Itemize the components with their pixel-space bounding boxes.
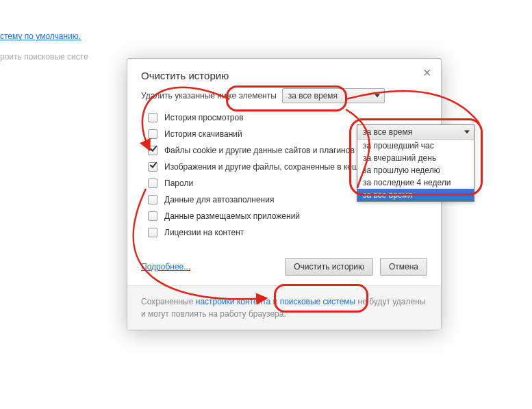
dropdown-option[interactable]: за последние 4 недели	[357, 176, 474, 189]
checkbox[interactable]	[148, 195, 157, 204]
content-settings-link[interactable]: настройки контента	[196, 297, 271, 306]
note-prefix: Сохраненные	[141, 297, 196, 306]
more-link[interactable]: Подробнее...	[141, 262, 190, 272]
delete-elements-label: Удалить указанные ниже элементы	[141, 91, 277, 101]
checkbox-row[interactable]: Данные размещаемых приложений	[148, 211, 427, 221]
checkbox[interactable]	[148, 211, 157, 221]
bg-default-system-link[interactable]: стему по умолчанию.	[0, 31, 81, 41]
time-range-select[interactable]: за все время	[282, 88, 385, 103]
clear-history-button[interactable]: Очистить историю	[285, 258, 373, 276]
dropdown-header[interactable]: за все время	[357, 125, 474, 140]
dialog-footer: Подробнее... Очистить историю Отмена	[127, 252, 441, 285]
checkbox-label: Лицензии на контент	[164, 228, 244, 237]
delete-elements-row: Удалить указанные ниже элементы за все в…	[141, 88, 427, 103]
cancel-button[interactable]: Отмена	[380, 258, 427, 276]
time-range-dropdown-expanded: за все время за прошедший часза вчерашни…	[357, 124, 474, 202]
checkbox-label: Данные для автозаполнения	[164, 195, 274, 204]
dialog-header: Очистить историю ✕	[127, 59, 441, 88]
checkbox-row[interactable]: История просмотров	[148, 113, 427, 122]
checkbox-label: Данные размещаемых приложений	[164, 211, 300, 221]
search-engines-link[interactable]: поисковые системы	[280, 297, 356, 306]
dialog-note: Сохраненные настройки контента и поисков…	[127, 285, 441, 330]
close-icon[interactable]: ✕	[422, 68, 431, 78]
dropdown-option[interactable]: за все время	[357, 189, 474, 201]
checkbox[interactable]	[148, 179, 157, 188]
checkbox-label: История просмотров	[164, 113, 244, 122]
bg-search-engines-text: роить поисковые систе	[0, 52, 88, 62]
checkbox-label: Пароли	[164, 179, 193, 188]
dropdown-header-value: за все время	[363, 127, 412, 137]
chevron-down-icon	[464, 131, 470, 134]
checkbox-row[interactable]: Лицензии на контент	[148, 228, 427, 237]
checkbox[interactable]	[148, 228, 157, 237]
chevron-down-icon	[375, 94, 380, 98]
checkbox-label: История скачиваний	[164, 129, 242, 139]
dropdown-option[interactable]: за прошедший час	[357, 140, 474, 152]
dialog-title: Очистить историю	[141, 70, 229, 81]
time-range-value: за все время	[288, 91, 338, 101]
checkbox[interactable]	[148, 146, 157, 155]
checkbox[interactable]	[148, 113, 157, 122]
checkbox-label: Изображения и другие файлы, сохраненные …	[164, 162, 363, 172]
dropdown-option[interactable]: за прошлую неделю	[357, 164, 474, 176]
checkbox[interactable]	[148, 162, 157, 172]
note-mid: и	[270, 297, 279, 306]
checkbox-label: Файлы cookie и другие данные сайтов и пл…	[164, 146, 355, 155]
dropdown-option[interactable]: за вчерашний день	[357, 152, 474, 164]
checkbox[interactable]	[148, 129, 157, 139]
